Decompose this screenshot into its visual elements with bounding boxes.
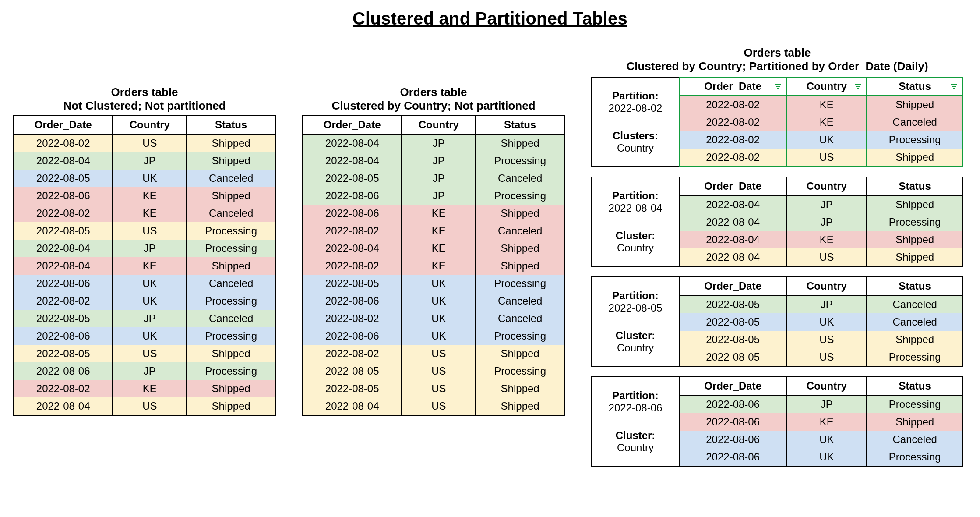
page-title: Clustered and Partitioned Tables xyxy=(13,9,967,28)
cell-date: 2022-08-06 xyxy=(14,275,113,292)
partition-label: Partition: xyxy=(612,190,658,202)
partition-value: 2022-08-04 xyxy=(609,202,663,214)
cell-status: Canceled xyxy=(187,170,275,187)
table-row: 2022-08-05USShipped xyxy=(303,380,564,397)
table-row: 2022-08-06KEShipped xyxy=(14,187,275,205)
cell-status: Processing xyxy=(187,240,275,257)
cell-date: 2022-08-04 xyxy=(303,152,402,170)
table1-column: Orders table Not Clustered; Not partitio… xyxy=(13,46,276,416)
cluster-value: Country xyxy=(617,442,654,453)
cell-country: KE xyxy=(113,205,187,222)
cluster-value: Country xyxy=(617,342,654,354)
table2-title: Orders table xyxy=(302,85,565,99)
partition-value: 2022-08-05 xyxy=(609,302,663,314)
partition-label: Partition: xyxy=(612,390,658,401)
partition-table: Order_DateCountryStatus2022-08-04JPShipp… xyxy=(679,177,963,267)
table1-subtitle: Not Clustered; Not partitioned xyxy=(13,99,276,113)
partition-sidebox: Partition:2022-08-05Cluster:Country xyxy=(591,276,679,367)
table-row: 2022-08-06JPProcessing xyxy=(14,362,275,380)
cell-date: 2022-08-06 xyxy=(14,327,113,345)
col-header: Country xyxy=(786,177,867,195)
cell-country: JP xyxy=(786,213,867,231)
cluster-label: Clusters: xyxy=(613,130,658,142)
cell-status: Canceled xyxy=(476,292,564,310)
cell-date: 2022-08-02 xyxy=(14,292,113,310)
table-row: 2022-08-06UKCanceled xyxy=(303,292,564,310)
partition-table: Order_DateCountryStatus2022-08-05JPCance… xyxy=(679,276,963,367)
cell-date: 2022-08-04 xyxy=(679,195,786,213)
cell-status: Shipped xyxy=(476,134,564,152)
cell-status: Canceled xyxy=(187,275,275,292)
table-row: 2022-08-05USProcessing xyxy=(14,222,275,240)
cell-date: 2022-08-06 xyxy=(679,448,786,466)
table3-title: Orders table xyxy=(591,46,963,60)
table-row: 2022-08-06UKCanceled xyxy=(679,431,963,448)
col-header: Status xyxy=(867,277,963,295)
table-row: 2022-08-04KEShipped xyxy=(679,231,963,248)
table-row: 2022-08-04USShipped xyxy=(303,397,564,415)
cell-country: US xyxy=(402,380,476,397)
cell-date: 2022-08-02 xyxy=(679,131,786,149)
cell-status: Shipped xyxy=(187,345,275,362)
table-row: 2022-08-06UKProcessing xyxy=(303,327,564,345)
table-row: 2022-08-02USShipped xyxy=(679,149,963,166)
cell-country: UK xyxy=(786,131,867,149)
col-header: Status xyxy=(867,377,963,395)
cell-status: Shipped xyxy=(187,134,275,152)
table-row: 2022-08-04JPShipped xyxy=(14,152,275,170)
cell-status: Processing xyxy=(476,275,564,292)
table-row: 2022-08-02USShipped xyxy=(303,345,564,362)
cell-status: Shipped xyxy=(187,257,275,275)
partition-value: 2022-08-06 xyxy=(609,402,663,414)
columns-container: Orders table Not Clustered; Not partitio… xyxy=(13,46,967,476)
cell-status: Shipped xyxy=(476,205,564,222)
cell-country: JP xyxy=(113,310,187,327)
cell-status: Shipped xyxy=(476,345,564,362)
partition-sidebox: Partition:2022-08-02Clusters:Country xyxy=(591,77,679,167)
cell-status: Shipped xyxy=(867,231,963,248)
cell-country: KE xyxy=(402,222,476,240)
cell-country: UK xyxy=(113,292,187,310)
col-header-country: Country xyxy=(402,116,476,134)
cell-country: KE xyxy=(113,257,187,275)
partition-block: Partition:2022-08-04Cluster:CountryOrder… xyxy=(591,177,963,267)
table-row: 2022-08-04KEShipped xyxy=(14,257,275,275)
cell-country: UK xyxy=(402,292,476,310)
cell-status: Processing xyxy=(476,187,564,205)
cell-country: UK xyxy=(786,448,867,466)
cell-country: US xyxy=(786,149,867,166)
cell-status: Shipped xyxy=(867,96,963,113)
cell-country: US xyxy=(113,397,187,415)
cell-status: Canceled xyxy=(187,205,275,222)
cell-date: 2022-08-02 xyxy=(679,149,786,166)
cell-status: Shipped xyxy=(476,397,564,415)
cell-country: JP xyxy=(402,152,476,170)
cell-date: 2022-08-02 xyxy=(303,222,402,240)
partition-block: Partition:2022-08-02Clusters:CountryOrde… xyxy=(591,77,963,167)
cell-date: 2022-08-06 xyxy=(679,431,786,448)
cell-date: 2022-08-02 xyxy=(679,113,786,131)
cell-date: 2022-08-05 xyxy=(14,170,113,187)
cell-country: JP xyxy=(113,152,187,170)
table-row: 2022-08-04JPProcessing xyxy=(303,152,564,170)
cell-status: Processing xyxy=(187,292,275,310)
cell-status: Processing xyxy=(187,362,275,380)
table-row: 2022-08-02UKProcessing xyxy=(14,292,275,310)
cell-date: 2022-08-04 xyxy=(14,152,113,170)
table-row: 2022-08-04JPProcessing xyxy=(14,240,275,257)
cell-status: Processing xyxy=(867,213,963,231)
cell-country: US xyxy=(113,222,187,240)
cell-status: Canceled xyxy=(187,310,275,327)
table-row: 2022-08-02USShipped xyxy=(14,134,275,152)
col-header-date: Order_Date xyxy=(303,116,402,134)
cell-date: 2022-08-05 xyxy=(14,222,113,240)
table-row: 2022-08-06KEShipped xyxy=(679,413,963,431)
table-row: 2022-08-06KEShipped xyxy=(303,205,564,222)
table-row: 2022-08-05UKCanceled xyxy=(14,170,275,187)
table-row: 2022-08-04KEShipped xyxy=(303,240,564,257)
cell-country: JP xyxy=(402,134,476,152)
filter-icon xyxy=(950,83,958,89)
cell-date: 2022-08-06 xyxy=(303,327,402,345)
cell-date: 2022-08-02 xyxy=(303,310,402,327)
col-header-date: Order_Date xyxy=(14,116,113,134)
